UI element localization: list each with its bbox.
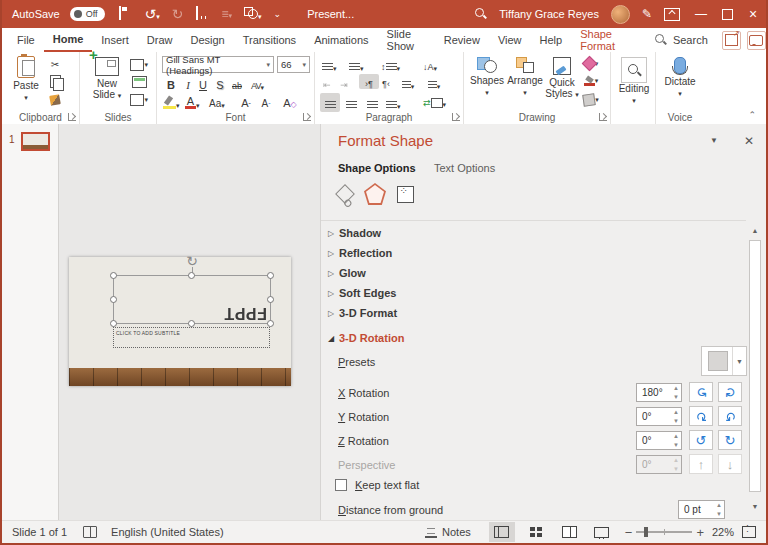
cut-button[interactable]: ✂	[46, 57, 64, 72]
shapes-qat-icon[interactable]: ▾	[244, 7, 262, 21]
drawing-dialog-launcher-icon[interactable]	[599, 113, 607, 121]
scrollbar-thumb[interactable]	[749, 240, 761, 492]
rtl-text-button[interactable]: ¶‹	[379, 74, 393, 89]
align-right-button[interactable]	[362, 93, 382, 112]
paste-button[interactable]: Paste ▾	[10, 56, 42, 102]
shrink-font-button[interactable]: Aˇ	[259, 94, 273, 109]
fit-to-window-button[interactable]	[742, 526, 756, 538]
slide-thumbnail[interactable]	[21, 132, 50, 151]
normal-view-button[interactable]	[489, 522, 515, 542]
clipboard-dialog-launcher-icon[interactable]	[68, 113, 76, 121]
scroll-up-icon[interactable]: ▲	[748, 224, 762, 238]
handle-bottom-center[interactable]	[188, 320, 195, 327]
tab-shape-format[interactable]: Shape Format	[571, 28, 639, 52]
clear-formatting-button[interactable]: A◇	[283, 94, 297, 109]
shape-effects-button[interactable]: ▾	[582, 92, 600, 107]
tab-animations[interactable]: Animations	[305, 28, 377, 52]
comments-button[interactable]	[747, 31, 766, 50]
grow-font-button[interactable]: Aˆ	[239, 94, 253, 109]
zoom-slider-thumb[interactable]	[644, 527, 648, 537]
y-rotate-up-button[interactable]: ↻	[689, 406, 713, 426]
spinner-icon[interactable]: ▲▼	[716, 502, 722, 517]
underline-button[interactable]: U	[196, 76, 210, 91]
tab-slide-show[interactable]: Slide Show	[378, 28, 435, 52]
text-direction-button[interactable]: ↓A▾	[423, 57, 437, 72]
justify-button[interactable]: ▾	[383, 93, 404, 112]
tab-insert[interactable]: Insert	[92, 28, 138, 52]
z-rotate-ccw-button[interactable]: ↺	[689, 430, 713, 450]
z-rotate-cw-button[interactable]: ↻	[718, 430, 742, 450]
reading-view-button[interactable]	[557, 522, 583, 542]
panel-options-chevron-icon[interactable]: ▼	[710, 136, 718, 145]
paragraph-dialog-launcher-icon[interactable]	[452, 113, 460, 121]
font-dialog-launcher-icon[interactable]	[303, 113, 311, 121]
dictate-button[interactable]: Dictate▾	[662, 57, 698, 98]
handle-bottom-left[interactable]	[110, 320, 117, 327]
section-3d-format[interactable]: ▷ 3-D Format	[321, 307, 766, 325]
titlebar-search-icon[interactable]	[475, 8, 487, 20]
zoom-in-button[interactable]: +	[696, 525, 704, 540]
rotation-handle[interactable]: ↻	[186, 254, 198, 268]
zoom-level[interactable]: 22%	[712, 526, 734, 538]
customize-qat-icon[interactable]: ⌄	[274, 10, 282, 19]
shape-fill-button[interactable]: ▾	[582, 56, 600, 71]
scroll-down-icon[interactable]: ▼	[748, 500, 762, 514]
section-button[interactable]: ▾	[130, 92, 148, 107]
tab-transitions[interactable]: Transitions	[234, 28, 305, 52]
slide-sorter-button[interactable]	[523, 522, 549, 542]
tab-design[interactable]: Design	[181, 28, 233, 52]
y-rotate-down-button[interactable]: ↺	[718, 406, 742, 426]
undo-button[interactable]: ↺▾	[145, 6, 160, 22]
format-painter-button[interactable]	[46, 92, 64, 107]
shapes-button[interactable]: Shapes▾	[469, 57, 505, 97]
panel-close-icon[interactable]: ✕	[744, 134, 754, 148]
panel-scrollbar[interactable]: ▲ ▼	[748, 224, 762, 513]
character-spacing-button[interactable]: AV▾	[250, 76, 264, 91]
tab-text-options[interactable]: Text Options	[434, 162, 495, 174]
minimize-button[interactable]: —	[688, 0, 714, 28]
selected-textbox[interactable]: ↻ FPPT	[113, 275, 271, 324]
highlight-button[interactable]: ▾	[163, 94, 180, 109]
ribbon-search[interactable]: Search	[655, 34, 708, 46]
x-rotation-input[interactable]: 180° ▲▼	[636, 383, 682, 402]
tab-review[interactable]: Review	[435, 28, 489, 52]
convert-smartart-button[interactable]: ⇄▾	[423, 93, 446, 108]
slide-canvas[interactable]: ↻ FPPT CLICK TO ADD SUBTITLE	[69, 257, 291, 386]
save-icon[interactable]	[119, 7, 133, 21]
new-slide-button[interactable]: New Slide ▾	[88, 57, 126, 100]
start-slideshow-icon[interactable]	[196, 7, 210, 21]
spinner-icon[interactable]: ▲▼	[673, 385, 679, 400]
handle-top-center[interactable]	[188, 272, 195, 279]
tab-view[interactable]: View	[489, 28, 531, 52]
line-spacing-button[interactable]: ↕▾	[381, 57, 400, 72]
handle-top-right[interactable]	[267, 272, 274, 279]
bold-button[interactable]: B	[164, 76, 178, 91]
tab-draw[interactable]: Draw	[138, 28, 182, 52]
user-avatar[interactable]	[611, 5, 630, 24]
handle-top-left[interactable]	[110, 272, 117, 279]
spinner-icon[interactable]: ▲▼	[673, 433, 679, 448]
section-reflection[interactable]: ▷ Reflection	[321, 247, 766, 265]
fill-line-tab-icon[interactable]	[333, 182, 357, 206]
collapse-ribbon-icon[interactable]: ⌃	[748, 110, 756, 120]
strikethrough-button[interactable]: ab	[230, 76, 244, 91]
y-rotation-input[interactable]: 0° ▲▼	[636, 407, 682, 426]
close-button[interactable]: ×	[740, 0, 766, 28]
tab-help[interactable]: Help	[531, 28, 572, 52]
section-shadow[interactable]: ▷ Shadow	[321, 227, 766, 245]
autosave-toggle[interactable]: Off	[70, 7, 105, 21]
copy-button[interactable]	[46, 74, 64, 89]
share-button[interactable]	[722, 31, 741, 50]
ribbon-display-options-icon[interactable]	[664, 8, 680, 21]
align-left-button[interactable]	[320, 93, 340, 112]
spinner-icon[interactable]: ▲▼	[673, 409, 679, 424]
effects-tab-icon[interactable]	[363, 182, 387, 206]
change-case-button[interactable]: Aa▾	[209, 94, 225, 109]
subtitle-placeholder[interactable]: CLICK TO ADD SUBTITLE	[113, 327, 270, 348]
x-rotate-left-button[interactable]: ↺	[689, 382, 713, 402]
x-rotate-right-button[interactable]: ↻	[718, 382, 742, 402]
bullets-button[interactable]: ▾	[322, 57, 337, 72]
z-rotation-input[interactable]: 0° ▲▼	[636, 431, 682, 450]
presets-dropdown[interactable]: ▼	[701, 346, 747, 376]
arrange-button[interactable]: Arrange▾	[506, 57, 544, 97]
